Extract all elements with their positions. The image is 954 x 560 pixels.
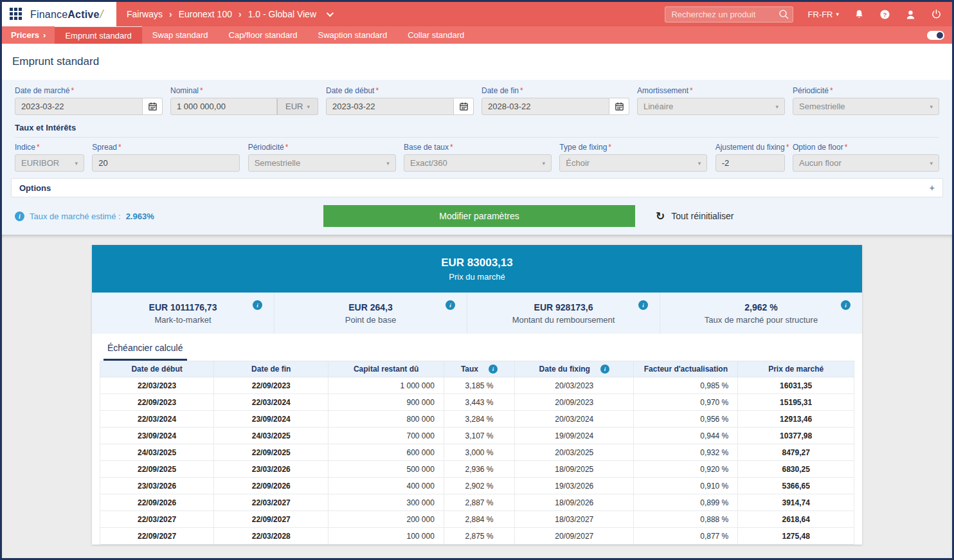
- info-icon[interactable]: i: [15, 212, 24, 221]
- column-header: Date de début: [100, 361, 214, 377]
- table-cell: 2,902 %: [444, 478, 514, 494]
- table-cell: 700 000: [328, 428, 444, 444]
- topbar-actions: FR-FR ▾ ?: [665, 2, 952, 26]
- page-title: Emprunt standard: [12, 55, 99, 68]
- date-debut-input[interactable]: [326, 98, 454, 115]
- table-row[interactable]: 22/09/202622/03/2027300 0002,887 %18/09/…: [100, 494, 854, 511]
- reset-all-button[interactable]: ↻ Tout réinitialiser: [656, 211, 734, 222]
- indice-select[interactable]: EURIBOR ▾: [15, 154, 84, 172]
- calendar-icon[interactable]: [143, 98, 163, 115]
- table-row[interactable]: 24/03/202522/09/2025600 0003,000 %20/03/…: [100, 444, 854, 461]
- periodicite-select[interactable]: Semestrielle ▾: [793, 98, 939, 115]
- table-cell: 500 000: [328, 461, 444, 478]
- reset-label: Tout réinitialiser: [671, 211, 734, 221]
- info-icon[interactable]: i: [841, 300, 851, 310]
- pricers-menu[interactable]: Pricers ›: [2, 26, 55, 44]
- info-icon[interactable]: i: [600, 365, 609, 374]
- info-icon[interactable]: i: [446, 300, 455, 310]
- currency-select[interactable]: EUR ▾: [277, 98, 318, 115]
- table-cell: 0,970 %: [634, 394, 738, 411]
- field-label: Date de fin*: [482, 86, 629, 95]
- info-icon[interactable]: i: [638, 300, 648, 310]
- indice-value: EURIBOR: [21, 158, 59, 168]
- help-icon[interactable]: ?: [879, 8, 890, 20]
- refresh-icon: ↻: [656, 211, 665, 222]
- table-cell: 23/09/2024: [214, 411, 328, 428]
- table-cell: 18/09/2025: [515, 461, 634, 478]
- pricers-subnav: Pricers › Emprunt standardSwap standardC…: [2, 26, 952, 44]
- language-selector[interactable]: FR-FR ▾: [807, 10, 839, 19]
- form-row-1: Date de marché* Nominal* EUR ▾ Date de d…: [2, 86, 952, 115]
- amortissement-value: Linéaire: [644, 102, 673, 111]
- chevron-down-icon: ▾: [930, 160, 933, 167]
- pricer-tab-1[interactable]: Swap standard: [142, 26, 219, 44]
- table-cell: 22/09/2026: [100, 494, 214, 511]
- table-cell: 22/09/2027: [214, 511, 328, 528]
- info-icon[interactable]: i: [489, 365, 498, 374]
- notifications-bell-icon[interactable]: [853, 8, 865, 20]
- field-spread: Spread*: [92, 143, 240, 172]
- field-label: Spread*: [92, 143, 240, 152]
- pricer-tab-2[interactable]: Cap/floor standard: [219, 26, 308, 44]
- pricer-tab-3[interactable]: Swaption standard: [307, 26, 397, 44]
- ajustement-fixing-input[interactable]: [716, 154, 785, 172]
- table-row[interactable]: 22/09/202722/03/2028100 0002,875 %20/09/…: [100, 528, 854, 545]
- stats-strip: iEUR 1011176,73Mark-to-marketiEUR 264,3P…: [92, 293, 862, 334]
- search-input[interactable]: [665, 6, 793, 23]
- breadcrumb-separator: ›: [169, 9, 172, 19]
- chevron-down-icon: ▾: [307, 104, 310, 110]
- type-fixing-select[interactable]: Échoir ▾: [559, 154, 707, 172]
- date-fin-input[interactable]: [482, 98, 609, 115]
- table-row[interactable]: 22/09/202322/03/2024900 0003,443 %20/09/…: [100, 394, 854, 411]
- column-header: Capital restant dû: [328, 361, 444, 377]
- search-icon[interactable]: [779, 9, 789, 23]
- option-floor-select[interactable]: Aucun floor ▾: [793, 154, 939, 172]
- table-cell: 6830,25: [738, 461, 854, 478]
- table-cell: 3,284 %: [444, 411, 514, 428]
- modify-parameters-button[interactable]: Modifier paramètres: [323, 205, 635, 227]
- table-cell: 100 000: [328, 528, 444, 545]
- periodicite-taux-select[interactable]: Semestrielle ▾: [248, 154, 396, 172]
- logout-power-icon[interactable]: [930, 8, 942, 20]
- table-cell: 23/03/2026: [214, 461, 328, 478]
- estimate-value: 2.963%: [126, 212, 154, 221]
- table-cell: 19/03/2026: [515, 478, 634, 494]
- view-toggle[interactable]: [927, 31, 944, 40]
- breadcrumb-item[interactable]: Euronext 100: [179, 9, 232, 19]
- pricer-tabs: Emprunt standardSwap standardCap/floor s…: [55, 26, 474, 44]
- form-row-2: Indice* EURIBOR ▾ Spread* Périodicité* S…: [2, 143, 952, 172]
- table-row[interactable]: 22/09/202523/03/2026500 0002,936 %18/09/…: [100, 461, 854, 478]
- calendar-icon[interactable]: [454, 98, 474, 115]
- base-taux-select[interactable]: Exact/360 ▾: [404, 154, 552, 172]
- options-panel-toggle[interactable]: Options +: [11, 178, 943, 197]
- date-marche-input[interactable]: [15, 98, 143, 115]
- nominal-input[interactable]: [170, 98, 277, 115]
- table-cell: 20/09/2027: [515, 528, 634, 545]
- tab-echeancier-calcule[interactable]: Échéancier calculé: [104, 338, 187, 361]
- app-launcher-icon[interactable]: [10, 8, 22, 21]
- field-label: Ajustement du fixing*: [716, 143, 785, 152]
- user-account-icon[interactable]: [905, 8, 916, 20]
- pricer-tab-4[interactable]: Collar standard: [397, 26, 474, 44]
- calendar-icon[interactable]: [609, 98, 629, 115]
- table-row[interactable]: 22/03/202322/09/20231 000 0003,185 %20/0…: [100, 377, 854, 394]
- brand-logo[interactable]: FinanceActive/: [30, 8, 104, 21]
- table-cell: 2,936 %: [444, 461, 514, 478]
- table-row[interactable]: 23/03/202622/09/2026400 0002,902 %19/03/…: [100, 478, 854, 494]
- table-row[interactable]: 22/03/202722/09/2027200 0002,884 %18/03/…: [100, 511, 854, 528]
- field-option-floor: Option de floor* Aucun floor ▾: [793, 143, 939, 172]
- table-cell: 300 000: [328, 494, 444, 511]
- amortissement-select[interactable]: Linéaire ▾: [637, 98, 785, 115]
- table-cell: 22/09/2026: [214, 478, 328, 494]
- market-rate-estimate: i Taux de marché estimé : 2.963%: [2, 212, 323, 221]
- chevron-down-icon[interactable]: [327, 10, 334, 17]
- info-icon[interactable]: i: [253, 300, 262, 310]
- pricer-tab-0[interactable]: Emprunt standard: [55, 26, 141, 44]
- breadcrumb-item[interactable]: Fairways: [127, 9, 163, 19]
- spread-input[interactable]: [92, 154, 240, 172]
- table-row[interactable]: 23/09/202424/03/2025700 0003,107 %19/09/…: [100, 428, 854, 444]
- table-cell: 15195,31: [738, 394, 854, 411]
- table-row[interactable]: 22/03/202423/09/2024800 0003,284 %20/03/…: [100, 411, 854, 428]
- breadcrumb-item[interactable]: 1.0 - Global View: [248, 9, 316, 19]
- table-cell: 0,920 %: [634, 461, 738, 478]
